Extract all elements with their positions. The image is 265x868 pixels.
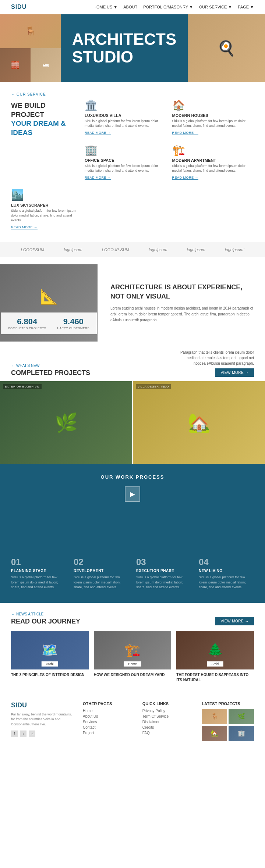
logo-2: logoipsum <box>64 247 82 252</box>
footer-latest-title: LATEST PROJECTS <box>202 701 254 706</box>
nav-portfolio[interactable]: PORTFOLIO/MASONRY ▼ <box>143 5 193 9</box>
services-section: ← OUR SERVICE WE BUILD PROJECT YOUR DREA… <box>0 82 265 237</box>
footer-link-services[interactable]: Services <box>83 720 135 724</box>
footer-proj-1[interactable]: 🪑 <box>202 709 227 724</box>
nav-page[interactable]: PAGE ▼ <box>238 5 254 9</box>
stage-title-3: EXECUTION PHASE <box>136 569 191 573</box>
hero-title: ARCHITECTS STUDIO <box>72 31 177 66</box>
stage-title-4: NEW LIVING <box>199 569 254 573</box>
footer-credits[interactable]: Credits <box>142 725 195 729</box>
news-img-2: 🏗️ Home <box>94 631 172 669</box>
nav-about[interactable]: ABOUT <box>123 5 137 9</box>
stat-num-2: 9.460 <box>57 317 90 326</box>
service-item-apartment: 🏗️ MODERN APARTMENT Sidu is a global pla… <box>172 144 254 183</box>
stage-4: 04 NEW LIVING Sidu is a global platform … <box>199 557 254 590</box>
services-main-title: WE BUILD PROJECT YOUR DREAM & IDEAS <box>11 101 79 137</box>
news-view-more-button[interactable]: VIEW MORE → <box>215 617 254 625</box>
footer-brand: SIDU Far far away, behind the word mount… <box>11 701 75 741</box>
project-label-1: EXTERIOR BUGENIVIL <box>3 384 42 389</box>
hero-img-bottom: 🧱 🛏 <box>0 48 61 82</box>
stage-num-1: 01 <box>11 557 66 567</box>
service-desc: Sidu is a global platform for few lorem … <box>11 208 79 222</box>
projects-section: ← WHAT'S NEW COMPLETED PROJECTS Paragrap… <box>0 342 265 377</box>
stat-customers: 9.460 HAPPY CUSTOMERS <box>57 317 90 330</box>
footer-link-contact[interactable]: Contact <box>83 725 135 729</box>
projects-desc: Paragraph that tells clients lorem ipsum… <box>173 350 254 366</box>
navbar: SIDU HOME US ▼ ABOUT PORTFOLIO/MASONRY ▼… <box>0 0 265 14</box>
footer-link-project[interactable]: Project <box>83 731 135 735</box>
project-label-2: VILLA DEGER, INDO <box>136 384 171 389</box>
arch-left-image: 📐 6.804 COMPLETED PROJECTS 9.460 HAPPY C… <box>0 264 98 342</box>
office-icon: 🏢 <box>85 144 167 156</box>
logo-3: LOGO-IP-SUM <box>102 247 129 252</box>
news-card-1[interactable]: 🗺️ Archi THE 3 PRINCIPLES OF INTERIOR DE… <box>11 631 89 683</box>
modern-houses-icon: 🏠 <box>172 99 254 111</box>
service-desc: Sidu is a global platform for few lorem … <box>172 119 254 128</box>
projects-header-left: ← WHAT'S NEW COMPLETED PROJECTS <box>11 364 90 377</box>
nav-home[interactable]: HOME US ▼ <box>93 5 117 9</box>
logo-5: logoipsum <box>187 247 205 252</box>
project-image-2: 🏡 VILLA DEGER, INDO <box>133 381 265 464</box>
footer-other-pages-title: OTHER PAGES <box>83 701 135 706</box>
stage-num-4: 04 <box>199 557 254 567</box>
linkedin-icon[interactable]: in <box>29 731 35 737</box>
news-title: READ OUR JOURNEY <box>11 618 80 625</box>
stage-desc-1: Sidu is a global platform for few lorem … <box>11 575 66 590</box>
footer-terms[interactable]: Term Of Service <box>142 714 195 718</box>
footer-faq[interactable]: FAQ <box>142 731 195 735</box>
footer-disclaimer[interactable]: Disclaimer <box>142 720 195 724</box>
news-tag-3: Archi <box>207 661 223 667</box>
service-desc: Sidu is a global platform for few lorem … <box>85 119 167 128</box>
project-image-1: 🌿 EXTERIOR BUGENIVIL <box>0 381 132 464</box>
read-more-villa[interactable]: READ MORE → <box>85 131 111 135</box>
logo-1: LOGOPSUM <box>21 247 45 252</box>
projects-label: ← WHAT'S NEW <box>11 364 90 368</box>
footer-privacy[interactable]: Privacy Policy <box>142 709 195 713</box>
architecture-section: 📐 6.804 COMPLETED PROJECTS 9.460 HAPPY C… <box>0 264 265 342</box>
villa-icon: 🏛️ <box>85 99 167 111</box>
news-section: ← NEWS ARTICLE READ OUR JOURNEY VIEW MOR… <box>0 603 265 692</box>
news-card-title-1: THE 3 PRINCIPLES OF INTERIOR DESIGN <box>11 672 89 678</box>
service-item-modern-houses: 🏠 MODERN HOUSES Sidu is a global platfor… <box>172 99 254 139</box>
hero-right-image: 🍳 <box>188 14 265 82</box>
services-main-title-area: WE BUILD PROJECT YOUR DREAM & IDEAS <box>11 99 79 183</box>
logo-bar: LOGOPSUM logoipsum LOGO-IP-SUM logoipsum… <box>0 242 265 257</box>
stage-1: 01 PLANNING STAGE Sidu is a global platf… <box>11 557 66 590</box>
read-more-apartment[interactable]: READ MORE → <box>172 176 199 180</box>
service-desc: Sidu is a global platform for few lorem … <box>85 164 167 173</box>
news-card-2[interactable]: 🏗️ Home HOW WE DESIGNED OUR DREAM YARD <box>94 631 172 683</box>
footer-proj-4[interactable]: 🏢 <box>229 726 254 741</box>
play-button[interactable]: ▶ <box>125 486 140 502</box>
stat-projects: 6.804 COMPLETED PROJECTS <box>8 317 46 330</box>
footer-proj-3[interactable]: 🏡 <box>202 726 227 741</box>
stage-2: 02 DEVELOPMENT Sidu is a global platform… <box>74 557 129 590</box>
footer-quick-links-title: QUICK LINKS <box>142 701 195 706</box>
projects-header-right: Paragraph that tells clients lorem ipsum… <box>173 350 254 377</box>
nav-service[interactable]: OUR SERVICE ▼ <box>199 5 232 9</box>
facebook-icon[interactable]: f <box>11 731 18 737</box>
stage-num-3: 03 <box>136 557 191 567</box>
footer: SIDU Far far away, behind the word mount… <box>0 692 265 749</box>
news-img-3: 🌲 Archi <box>176 631 254 669</box>
read-more-modern-houses[interactable]: READ MORE → <box>172 131 199 135</box>
news-card-3[interactable]: 🌲 Archi THE FOREST HOUSE DISAPPEARS INTO… <box>176 631 254 683</box>
read-more-office[interactable]: READ MORE → <box>85 176 111 180</box>
service-desc: Sidu is a global platform for few lorem … <box>172 164 254 173</box>
stage-title-2: DEVELOPMENT <box>74 569 129 573</box>
stat-num-1: 6.804 <box>8 317 46 326</box>
footer-link-home[interactable]: Home <box>83 709 135 713</box>
twitter-icon[interactable]: t <box>20 731 26 737</box>
nav-logo[interactable]: SIDU <box>11 4 26 10</box>
service-name: MODERN APARTMENT <box>172 158 254 162</box>
stage-desc-3: Sidu is a global platform for few lorem … <box>136 575 191 590</box>
stat-label-1: COMPLETED PROJECTS <box>8 326 46 330</box>
arch-title: ARCHITECTURE IS ABOUT EXPERIENCE, NOT ON… <box>110 283 254 301</box>
hero-left-images: 🪑 🧱 🛏 <box>0 14 61 82</box>
footer-proj-2[interactable]: 🌿 <box>229 709 254 724</box>
footer-link-about[interactable]: About Us <box>83 714 135 718</box>
read-more-skyscraper[interactable]: READ MORE → <box>11 225 38 229</box>
stage-3: 03 EXECUTION PHASE Sidu is a global plat… <box>136 557 191 590</box>
work-process-section: OUR WORK PROCESS ▶ <box>0 464 265 553</box>
footer-logo[interactable]: SIDU <box>11 701 75 709</box>
view-more-button[interactable]: VIEW MORE → <box>215 368 254 377</box>
